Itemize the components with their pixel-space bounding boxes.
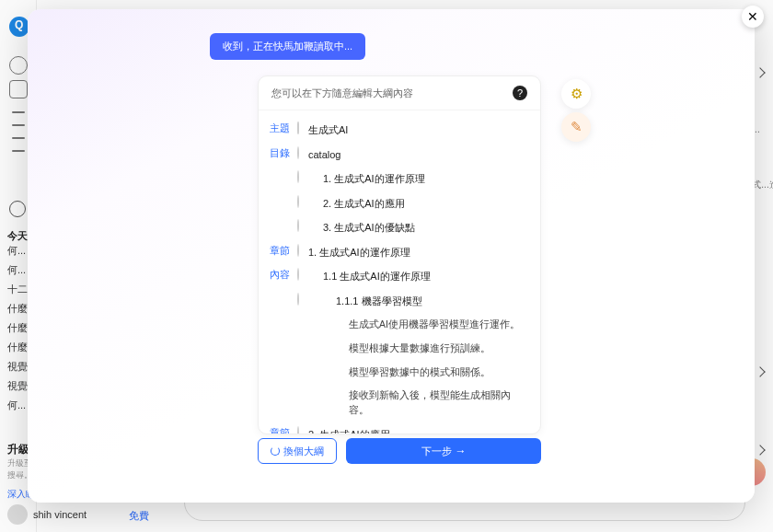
content-point[interactable]: 生成式AI使用機器學習模型進行運作。 — [308, 318, 520, 332]
close-icon: ✕ — [747, 9, 758, 24]
modal-actions: 換個大綱 下一步 → — [258, 438, 541, 464]
label-content: 內容 — [270, 269, 297, 282]
chapter-title[interactable]: 1. 生成式AI的運作原理 — [308, 245, 410, 260]
catalog-item[interactable]: 2. 生成式AI的應用 — [308, 196, 405, 212]
close-button[interactable]: ✕ — [742, 6, 764, 28]
outline-row-chapter: 章節 2. 生成式AI的應用 — [270, 422, 529, 434]
refresh-icon — [271, 446, 280, 456]
content-heading[interactable]: 1.1 生成式AI的運作原理 — [308, 269, 431, 284]
outline-card: 您可以在下方隨意編輯大綱內容 ? 主題 生成式AI 目錄 catalog 1. … — [258, 75, 541, 434]
swap-outline-button[interactable]: 換個大綱 — [258, 438, 337, 464]
next-step-button[interactable]: 下一步 → — [346, 438, 541, 464]
outline-row-theme: 主題 生成式AI — [270, 118, 529, 143]
label-chapter: 章節 — [270, 245, 297, 258]
outline-header: 您可以在下方隨意編輯大綱內容 ? — [259, 76, 540, 110]
loading-toast: 收到，正在快馬加鞭讀取中... — [210, 33, 365, 60]
outline-row-catalog: 目錄 catalog — [270, 143, 529, 168]
outline-hint: 您可以在下方隨意編輯大綱內容 — [271, 87, 413, 100]
modal-overlay: ✕ 收到，正在快馬加鞭讀取中... ⚙ ✎ 您可以在下方隨意編輯大綱內容 ? 主… — [0, 0, 773, 532]
content-point[interactable]: 模型根據大量數據進行預訓練。 — [308, 341, 490, 356]
content-point[interactable]: 接收到新輸入後，模型能生成相關內容。 — [308, 388, 529, 418]
outline-body[interactable]: 主題 生成式AI 目錄 catalog 1. 生成式AI的運作原理 2. 生成式… — [259, 110, 540, 434]
label-chapter: 章節 — [270, 427, 297, 434]
outline-row-chapter: 章節 1. 生成式AI的運作原理 — [270, 240, 529, 265]
edit-icon: ✎ — [571, 119, 583, 135]
content-point[interactable]: 模型學習數據中的模式和關係。 — [308, 365, 490, 380]
catalog-value[interactable]: catalog — [308, 147, 340, 163]
arrow-right-icon: → — [456, 445, 467, 457]
content-subheading[interactable]: 1.1.1 機器學習模型 — [308, 294, 422, 309]
outline-row-content: 內容 1.1 生成式AI的運作原理 — [270, 264, 529, 289]
help-icon[interactable]: ? — [513, 86, 527, 100]
catalog-item[interactable]: 1. 生成式AI的運作原理 — [308, 171, 425, 187]
label-theme: 主題 — [270, 122, 297, 135]
gear-icon: ⚙ — [571, 86, 583, 102]
theme-value[interactable]: 生成式AI — [308, 122, 348, 138]
settings-circle-button[interactable]: ⚙ — [561, 79, 591, 109]
label-catalog: 目錄 — [270, 147, 297, 160]
outline-modal: ✕ 收到，正在快馬加鞭讀取中... ⚙ ✎ 您可以在下方隨意編輯大綱內容 ? 主… — [28, 9, 755, 503]
catalog-item[interactable]: 3. 生成式AI的優缺點 — [308, 220, 415, 236]
chapter-title[interactable]: 2. 生成式AI的應用 — [308, 427, 390, 434]
edit-circle-button[interactable]: ✎ — [561, 112, 591, 142]
